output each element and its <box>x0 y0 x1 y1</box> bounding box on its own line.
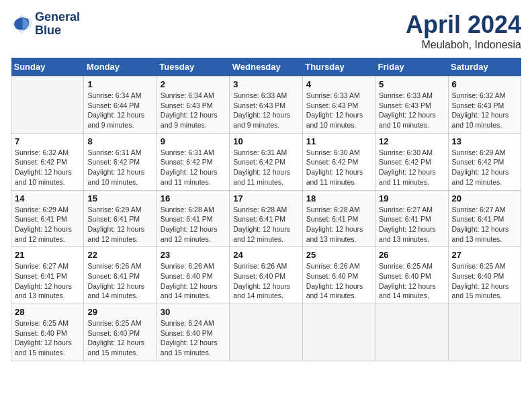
day-info: Sunrise: 6:26 AM Sunset: 6:40 PM Dayligh… <box>161 261 226 301</box>
day-info: Sunrise: 6:25 AM Sunset: 6:40 PM Dayligh… <box>15 318 80 358</box>
day-number: 19 <box>379 193 444 203</box>
day-info: Sunrise: 6:28 AM Sunset: 6:41 PM Dayligh… <box>306 205 371 244</box>
header-day-wednesday: Wednesday <box>230 58 302 77</box>
day-cell: 4Sunrise: 6:33 AM Sunset: 6:43 PM Daylig… <box>302 77 375 134</box>
day-info: Sunrise: 6:27 AM Sunset: 6:41 PM Dayligh… <box>15 261 80 301</box>
day-number: 16 <box>161 193 226 203</box>
day-cell: 28Sunrise: 6:25 AM Sunset: 6:40 PM Dayli… <box>11 304 84 361</box>
day-number: 13 <box>452 136 517 146</box>
day-cell <box>230 304 302 361</box>
logo-text: General Blue <box>35 11 80 38</box>
day-cell: 10Sunrise: 6:31 AM Sunset: 6:42 PM Dayli… <box>230 133 302 190</box>
day-cell: 14Sunrise: 6:29 AM Sunset: 6:41 PM Dayli… <box>11 190 84 247</box>
day-cell: 7Sunrise: 6:32 AM Sunset: 6:42 PM Daylig… <box>11 133 84 190</box>
day-number: 30 <box>161 307 226 317</box>
day-number: 11 <box>306 136 371 146</box>
day-info: Sunrise: 6:28 AM Sunset: 6:41 PM Dayligh… <box>233 205 298 244</box>
day-info: Sunrise: 6:25 AM Sunset: 6:40 PM Dayligh… <box>452 261 517 301</box>
day-info: Sunrise: 6:33 AM Sunset: 6:43 PM Dayligh… <box>233 91 298 130</box>
day-info: Sunrise: 6:26 AM Sunset: 6:40 PM Dayligh… <box>233 261 298 301</box>
day-cell: 5Sunrise: 6:33 AM Sunset: 6:43 PM Daylig… <box>375 77 448 134</box>
day-cell: 15Sunrise: 6:29 AM Sunset: 6:41 PM Dayli… <box>84 190 157 247</box>
week-row-2: 7Sunrise: 6:32 AM Sunset: 6:42 PM Daylig… <box>11 133 521 190</box>
day-cell: 20Sunrise: 6:27 AM Sunset: 6:41 PM Dayli… <box>448 190 521 247</box>
day-info: Sunrise: 6:29 AM Sunset: 6:42 PM Dayligh… <box>452 148 517 187</box>
day-info: Sunrise: 6:32 AM Sunset: 6:43 PM Dayligh… <box>452 91 517 130</box>
day-number: 26 <box>379 250 444 260</box>
day-cell <box>448 304 521 361</box>
week-row-1: 1Sunrise: 6:34 AM Sunset: 6:44 PM Daylig… <box>11 77 521 134</box>
day-cell: 3Sunrise: 6:33 AM Sunset: 6:43 PM Daylig… <box>230 77 302 134</box>
day-number: 10 <box>233 136 298 146</box>
day-number: 4 <box>306 79 371 89</box>
day-number: 20 <box>452 193 517 203</box>
day-info: Sunrise: 6:31 AM Sunset: 6:42 PM Dayligh… <box>233 148 298 187</box>
header-day-friday: Friday <box>375 58 448 77</box>
day-info: Sunrise: 6:32 AM Sunset: 6:42 PM Dayligh… <box>15 148 80 187</box>
day-info: Sunrise: 6:25 AM Sunset: 6:40 PM Dayligh… <box>379 261 444 301</box>
day-info: Sunrise: 6:29 AM Sunset: 6:41 PM Dayligh… <box>15 205 80 244</box>
day-info: Sunrise: 6:26 AM Sunset: 6:40 PM Dayligh… <box>306 261 371 301</box>
day-number: 25 <box>306 250 371 260</box>
day-info: Sunrise: 6:31 AM Sunset: 6:42 PM Dayligh… <box>161 148 226 187</box>
logo-line1: General <box>35 11 80 24</box>
day-cell: 8Sunrise: 6:31 AM Sunset: 6:42 PM Daylig… <box>84 133 157 190</box>
header-day-sunday: Sunday <box>11 58 84 77</box>
day-info: Sunrise: 6:33 AM Sunset: 6:43 PM Dayligh… <box>306 91 371 130</box>
day-number: 8 <box>87 136 152 146</box>
day-cell: 11Sunrise: 6:30 AM Sunset: 6:42 PM Dayli… <box>302 133 375 190</box>
day-cell: 13Sunrise: 6:29 AM Sunset: 6:42 PM Dayli… <box>448 133 521 190</box>
day-cell <box>302 304 375 361</box>
day-info: Sunrise: 6:29 AM Sunset: 6:41 PM Dayligh… <box>87 205 152 244</box>
day-number: 9 <box>161 136 226 146</box>
day-cell: 6Sunrise: 6:32 AM Sunset: 6:43 PM Daylig… <box>448 77 521 134</box>
day-number: 23 <box>161 250 226 260</box>
day-info: Sunrise: 6:25 AM Sunset: 6:40 PM Dayligh… <box>87 318 152 358</box>
day-number: 2 <box>161 79 226 89</box>
day-number: 21 <box>15 250 80 260</box>
day-number: 7 <box>15 136 80 146</box>
day-cell: 18Sunrise: 6:28 AM Sunset: 6:41 PM Dayli… <box>302 190 375 247</box>
header-day-monday: Monday <box>84 58 157 77</box>
logo-icon <box>11 13 32 35</box>
day-cell: 30Sunrise: 6:24 AM Sunset: 6:40 PM Dayli… <box>157 304 229 361</box>
day-info: Sunrise: 6:27 AM Sunset: 6:41 PM Dayligh… <box>452 205 517 244</box>
day-cell: 24Sunrise: 6:26 AM Sunset: 6:40 PM Dayli… <box>230 247 302 304</box>
day-number: 12 <box>379 136 444 146</box>
logo-line2: Blue <box>35 24 80 38</box>
day-number: 14 <box>15 193 80 203</box>
week-row-4: 21Sunrise: 6:27 AM Sunset: 6:41 PM Dayli… <box>11 247 521 304</box>
day-number: 27 <box>452 250 517 260</box>
day-info: Sunrise: 6:30 AM Sunset: 6:42 PM Dayligh… <box>306 148 371 187</box>
header-day-saturday: Saturday <box>448 58 521 77</box>
day-number: 29 <box>87 307 152 317</box>
week-row-3: 14Sunrise: 6:29 AM Sunset: 6:41 PM Dayli… <box>11 190 521 247</box>
day-cell: 9Sunrise: 6:31 AM Sunset: 6:42 PM Daylig… <box>157 133 229 190</box>
day-info: Sunrise: 6:28 AM Sunset: 6:41 PM Dayligh… <box>161 205 226 244</box>
day-info: Sunrise: 6:30 AM Sunset: 6:42 PM Dayligh… <box>379 148 444 187</box>
day-cell: 22Sunrise: 6:26 AM Sunset: 6:41 PM Dayli… <box>84 247 157 304</box>
location: Meulaboh, Indonesia <box>406 39 521 51</box>
day-number: 24 <box>233 250 298 260</box>
day-cell: 29Sunrise: 6:25 AM Sunset: 6:40 PM Dayli… <box>84 304 157 361</box>
day-number: 15 <box>87 193 152 203</box>
header-row: SundayMondayTuesdayWednesdayThursdayFrid… <box>11 58 521 77</box>
day-cell: 25Sunrise: 6:26 AM Sunset: 6:40 PM Dayli… <box>302 247 375 304</box>
day-number: 5 <box>379 79 444 89</box>
day-cell: 2Sunrise: 6:34 AM Sunset: 6:43 PM Daylig… <box>157 77 229 134</box>
day-info: Sunrise: 6:27 AM Sunset: 6:41 PM Dayligh… <box>379 205 444 244</box>
week-row-5: 28Sunrise: 6:25 AM Sunset: 6:40 PM Dayli… <box>11 304 521 361</box>
day-number: 28 <box>15 307 80 317</box>
day-number: 3 <box>233 79 298 89</box>
day-cell: 19Sunrise: 6:27 AM Sunset: 6:41 PM Dayli… <box>375 190 448 247</box>
day-cell: 26Sunrise: 6:25 AM Sunset: 6:40 PM Dayli… <box>375 247 448 304</box>
day-number: 17 <box>233 193 298 203</box>
day-info: Sunrise: 6:24 AM Sunset: 6:40 PM Dayligh… <box>161 318 226 358</box>
month-title: April 2024 <box>406 11 521 39</box>
day-cell: 16Sunrise: 6:28 AM Sunset: 6:41 PM Dayli… <box>157 190 229 247</box>
day-number: 6 <box>452 79 517 89</box>
day-info: Sunrise: 6:33 AM Sunset: 6:43 PM Dayligh… <box>379 91 444 130</box>
day-cell <box>11 77 84 134</box>
day-cell: 21Sunrise: 6:27 AM Sunset: 6:41 PM Dayli… <box>11 247 84 304</box>
day-cell: 17Sunrise: 6:28 AM Sunset: 6:41 PM Dayli… <box>230 190 302 247</box>
